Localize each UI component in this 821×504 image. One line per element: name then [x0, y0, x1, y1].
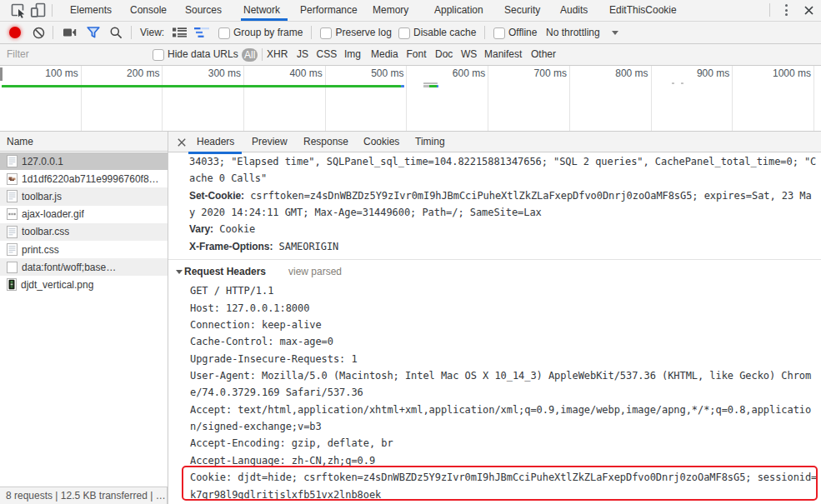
details-tab-preview[interactable]: Preview — [252, 132, 288, 152]
selected-tab-underline — [241, 18, 288, 21]
show-overview-icon[interactable] — [194, 27, 209, 37]
request-row-toolbar.js[interactable]: toolbar.js — [0, 187, 168, 205]
filter-input[interactable]: Filter — [7, 44, 29, 65]
tabbar-separator-right — [769, 3, 770, 17]
filter-type-manifest[interactable]: Manifest — [484, 44, 522, 65]
filter-type-doc[interactable]: Doc — [435, 44, 453, 65]
document-icon — [7, 243, 18, 256]
toolbar-separator-3 — [311, 26, 312, 39]
device-toolbar-icon[interactable] — [30, 2, 46, 18]
request-header-line: Upgrade-Insecure-Requests: 1 — [190, 351, 821, 367]
filter-type-all[interactable]: All — [242, 48, 258, 62]
tick-100ms: 100 ms — [20, 68, 78, 79]
filter-type-xhr[interactable]: XHR — [267, 44, 288, 65]
requests-sidebar: Name 127.0.0.11d1df6220ab711e9996760f8…t… — [0, 132, 168, 504]
document-icon — [7, 226, 18, 238]
request-row-127.0.0.1[interactable]: 127.0.0.1 — [0, 152, 168, 170]
tick-700ms: 700 ms — [508, 68, 567, 79]
tick-900ms: 900 ms — [671, 68, 729, 79]
image-icon — [7, 278, 17, 291]
tick-800ms: 800 ms — [590, 68, 648, 79]
tab-memory[interactable]: Memory — [373, 0, 408, 21]
details-selected-tab-underline — [188, 152, 242, 154]
tab-security[interactable]: Security — [504, 0, 540, 21]
tab-elements[interactable]: Elements — [70, 0, 112, 21]
record-network-log-button[interactable] — [9, 27, 21, 38]
disable-cache-checkbox[interactable] — [398, 27, 410, 39]
request-row-ajax-loader.gif[interactable]: ajax-loader.gif — [0, 206, 168, 223]
request-rows: 127.0.0.11d1df6220ab711e9996760f8…toolba… — [0, 152, 168, 294]
document-icon — [7, 190, 18, 202]
response-header-line: Set-Cookie: csrftoken=z4sDnWBZDz5Y9zIvr0… — [189, 187, 821, 204]
group-by-frame-checkbox[interactable] — [218, 27, 230, 39]
hide-data-urls-checkbox[interactable] — [153, 49, 164, 61]
request-name: ajax-loader.gif — [22, 208, 84, 220]
response-header-line: ache 0 Calls" — [189, 170, 821, 187]
request-row-print.css[interactable]: print.css — [0, 241, 168, 258]
details-tab-headers[interactable]: Headers — [197, 132, 234, 152]
image-icon — [7, 173, 18, 185]
file-icon — [7, 262, 18, 273]
overview-left-grip[interactable] — [0, 67, 3, 81]
offline-label[interactable]: Offline — [508, 22, 537, 43]
group-by-frame-label[interactable]: Group by frame — [233, 22, 303, 43]
preserve-log-checkbox[interactable] — [320, 27, 332, 39]
preserve-log-label[interactable]: Preserve log — [336, 22, 392, 43]
more-options-icon[interactable] — [784, 4, 788, 16]
request-headers-section[interactable]: Request Headers view parsed — [168, 259, 821, 284]
disable-cache-label[interactable]: Disable cache — [413, 22, 476, 43]
details-tab-response[interactable]: Response — [303, 132, 348, 152]
filter-type-css[interactable]: CSS — [317, 44, 338, 65]
search-icon[interactable] — [110, 27, 123, 39]
capture-screenshots-icon[interactable] — [63, 28, 77, 37]
request-name: toolbar.css — [22, 226, 69, 237]
tick-500ms: 500 ms — [346, 68, 404, 79]
request-row-data-font-woff-base-[interactable]: data:font/woff;base… — [0, 258, 168, 276]
filter-type-other[interactable]: Other — [531, 44, 556, 65]
view-label: View: — [140, 22, 164, 43]
details-tab-timing[interactable]: Timing — [415, 132, 445, 152]
request-row-toolbar.css[interactable]: toolbar.css — [0, 223, 168, 241]
response-header-line: X-Frame-Options: SAMEORIGIN — [189, 238, 821, 255]
view-parsed-link[interactable]: view parsed — [288, 260, 342, 284]
summary-text: 8 requests | 12.5 KB transferred | … — [6, 490, 166, 502]
hide-data-urls-label[interactable]: Hide data URLs — [168, 44, 238, 65]
name-column-header[interactable]: Name — [0, 132, 168, 152]
filter-type-img[interactable]: Img — [344, 44, 361, 65]
offline-checkbox[interactable] — [493, 27, 505, 39]
use-large-rows-icon[interactable] — [173, 27, 187, 37]
throttling-dropdown-arrow[interactable] — [612, 31, 618, 35]
tick-600ms: 600 ms — [427, 68, 485, 79]
tab-application[interactable]: Application — [434, 0, 483, 21]
request-row-djdt-vertical.png[interactable]: djdt_vertical.png — [0, 276, 168, 293]
clear-icon[interactable] — [33, 27, 45, 39]
request-header-line: GET / HTTP/1.1 — [190, 282, 821, 299]
close-devtools-icon[interactable] — [804, 6, 813, 15]
overview-dot-1 — [672, 82, 674, 84]
tab-console[interactable]: Console — [130, 0, 167, 21]
request-headers-title: Request Headers — [184, 260, 266, 284]
filter-funnel-icon[interactable] — [87, 27, 100, 38]
tab-performance[interactable]: Performance — [300, 0, 358, 21]
request-name: toolbar.js — [22, 191, 62, 202]
request-row-1d1df6220ab711e9996760f8-[interactable]: 1d1df6220ab711e9996760f8… — [0, 170, 168, 187]
details-tab-cookies[interactable]: Cookies — [363, 132, 399, 152]
cookie-highlight-box — [182, 466, 818, 501]
tick-400ms: 400 ms — [264, 68, 323, 79]
tab-sources[interactable]: Sources — [185, 0, 222, 21]
collapse-triangle-icon[interactable] — [176, 270, 183, 274]
filter-type-js[interactable]: JS — [297, 44, 308, 65]
document-icon — [7, 155, 18, 167]
tab-audits[interactable]: Audits — [560, 0, 588, 21]
network-overview[interactable]: 100 ms 200 ms 300 ms 400 ms 500 ms 600 m… — [0, 66, 821, 132]
filter-type-ws[interactable]: WS — [461, 44, 477, 65]
close-details-icon[interactable] — [178, 138, 186, 147]
throttling-select[interactable]: No throttling — [546, 22, 600, 43]
tick-200ms: 200 ms — [101, 68, 159, 79]
filter-type-media[interactable]: Media — [371, 44, 398, 65]
inspect-element-icon[interactable] — [11, 3, 28, 18]
tab-editthiscookie[interactable]: EditThisCookie — [609, 0, 677, 21]
filter-type-font[interactable]: Font — [407, 44, 427, 65]
request-name: 127.0.0.1 — [22, 156, 63, 167]
summary-status-bar: 8 requests | 12.5 KB transferred | … — [0, 487, 168, 504]
